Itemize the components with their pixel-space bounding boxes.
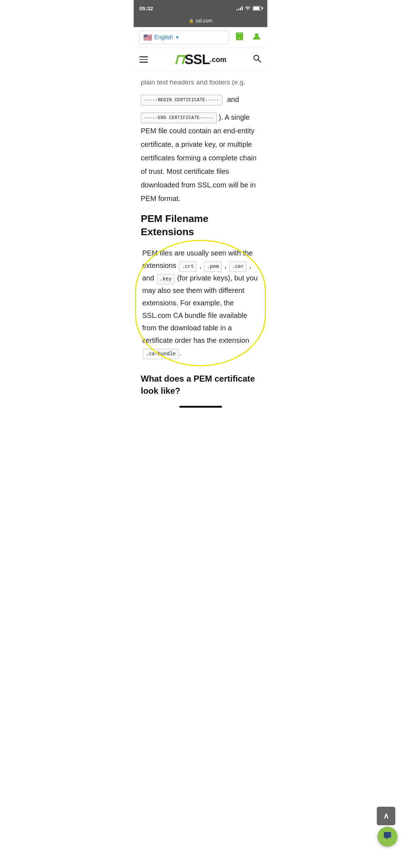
main-content: plain text headers and footers (e.g. ---…	[134, 71, 267, 402]
site-logo[interactable]: ⊓ SSL .com	[174, 52, 227, 67]
ext-cer: .cer	[229, 262, 247, 272]
search-icon[interactable]	[252, 54, 262, 65]
language-selector[interactable]: 🇺🇸 English ▼	[139, 31, 229, 44]
logo-ssl-text: SSL	[185, 52, 210, 67]
lock-icon: 🔒	[189, 18, 194, 23]
end-cert-badge: -----END CERTIFICATE-----	[141, 113, 217, 124]
svg-point-1	[254, 55, 259, 60]
signal-icon	[236, 6, 243, 10]
language-text: English	[154, 34, 173, 41]
begin-cert-badge: -----BEGIN CERTIFICATE-----	[141, 95, 222, 106]
ext-crt: .crt	[179, 262, 197, 272]
logo-bar: ⊓ SSL .com	[134, 48, 267, 71]
pem-filename-heading: PEM Filename Extensions	[141, 212, 260, 238]
nav-icons	[235, 31, 262, 44]
address-url[interactable]: 🔒 ssl.com	[189, 18, 212, 24]
url-text: ssl.com	[196, 18, 212, 24]
begin-cert-line: -----BEGIN CERTIFICATE----- and	[141, 93, 260, 106]
and-text-1: and	[227, 95, 239, 103]
dropdown-arrow-icon: ▼	[175, 35, 179, 40]
ext-key: .key	[157, 274, 175, 284]
wifi-icon	[245, 6, 251, 11]
end-cert-line: -----END CERTIFICATE----- ). A single PE…	[141, 110, 260, 205]
pem-extensions-text: PEM files are usually seen with the exte…	[142, 247, 259, 359]
what-does-pem-heading: What does a PEM certificate look like?	[141, 373, 260, 397]
status-time: 05:32	[139, 5, 153, 11]
address-bar: 🔒 ssl.com	[134, 16, 267, 27]
home-indicator	[134, 402, 267, 410]
status-icons	[236, 6, 262, 11]
ext-pem: .pem	[204, 262, 222, 272]
battery-icon	[253, 6, 262, 11]
hamburger-menu-icon[interactable]	[139, 56, 148, 63]
home-bar	[179, 406, 222, 408]
status-bar: 05:32	[134, 0, 267, 16]
header-nav: 🇺🇸 English ▼	[134, 27, 267, 48]
svg-line-2	[258, 60, 261, 63]
logo-icon-part: ⊓	[174, 52, 185, 67]
body-text-after-cert: ). A single PEM file could contain an en…	[141, 113, 257, 202]
logo-com-text: .com	[210, 56, 227, 64]
ext-ca-bundle: .ca-bundle	[143, 349, 179, 359]
highlighted-paragraph: PEM files are usually seen with the exte…	[138, 243, 263, 363]
phone-icon[interactable]	[235, 31, 245, 44]
flag-icon: 🇺🇸	[143, 33, 152, 42]
user-icon[interactable]	[252, 31, 262, 44]
truncated-text: plain text headers and footers (e.g.	[141, 77, 260, 88]
